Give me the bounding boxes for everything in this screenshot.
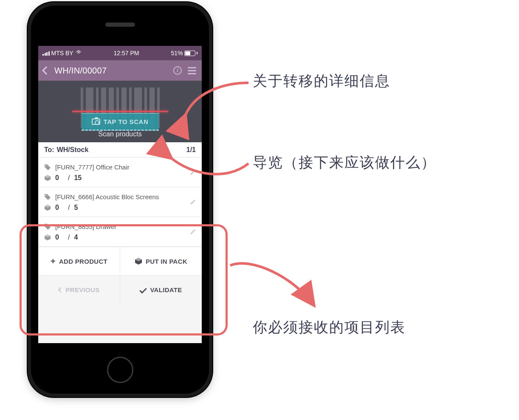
qty-separator: / xyxy=(68,204,70,211)
status-bar: MTS BY 12:57 PM 51% xyxy=(38,46,202,60)
package-icon xyxy=(135,257,142,265)
phone-speaker xyxy=(105,23,135,27)
tag-icon xyxy=(44,194,51,200)
qty-total: 4 xyxy=(74,234,78,241)
product-list: [FURN_7777] Office Chair 0 / 15 xyxy=(38,158,202,247)
action-row-2: PREVIOUS VALIDATE xyxy=(38,275,202,304)
battery-icon xyxy=(184,51,195,56)
tag-icon xyxy=(44,164,51,171)
status-time: 12:57 PM xyxy=(114,50,139,56)
page-title: WH/IN/00007 xyxy=(54,66,168,76)
qty-done: 0 xyxy=(55,204,64,211)
product-name: [FURN_6666] Acoustic Bloc Screens xyxy=(55,193,159,200)
annotation-guide: 导览（接下来应该做什么） xyxy=(253,153,436,172)
menu-button[interactable] xyxy=(187,66,197,75)
scan-line xyxy=(72,111,168,112)
list-item[interactable]: [FURN_7777] Office Chair 0 / 15 xyxy=(38,158,202,187)
svg-point-0 xyxy=(45,165,47,166)
action-row-1: + ADD PRODUCT PUT IN PACK xyxy=(38,247,202,275)
cube-icon xyxy=(44,204,51,211)
list-item[interactable]: [FURN_8855] Drawer 0 / 4 xyxy=(38,217,202,247)
annotation-info: 关于转移的详细信息 xyxy=(253,71,390,91)
annotation-list: 你必须接收的项目列表 xyxy=(253,318,406,337)
previous-label: PREVIOUS xyxy=(66,286,100,293)
info-button[interactable]: i xyxy=(173,66,182,75)
tag-icon xyxy=(44,223,51,230)
phone-bezel: MTS BY 12:57 PM 51% WH/IN/00007 i xyxy=(31,6,209,394)
tap-to-scan-button[interactable]: TAP TO SCAN xyxy=(82,113,159,131)
home-button[interactable] xyxy=(107,357,133,383)
qty-total: 5 xyxy=(74,204,78,211)
barcode-graphic: TAP TO SCAN xyxy=(76,87,165,128)
qty-done: 0 xyxy=(55,234,64,241)
camera-icon xyxy=(92,118,100,125)
validate-label: VALIDATE xyxy=(150,286,182,293)
battery-label: 51% xyxy=(171,50,183,56)
signal-icon xyxy=(42,51,50,56)
put-in-pack-label: PUT IN PACK xyxy=(146,258,187,265)
scan-panel: TAP TO SCAN Scan products xyxy=(38,81,202,142)
qty-separator: / xyxy=(68,234,70,241)
chevron-left-icon xyxy=(58,287,63,293)
qty-done: 0 xyxy=(55,174,64,182)
screen: MTS BY 12:57 PM 51% WH/IN/00007 i xyxy=(38,46,202,343)
arrow-3 xyxy=(225,253,323,322)
svg-point-2 xyxy=(45,224,47,226)
product-name: [FURN_7777] Office Chair xyxy=(55,163,130,171)
menu-icon xyxy=(188,67,196,74)
svg-point-1 xyxy=(45,194,47,196)
destination-value: WH/Stock xyxy=(57,146,186,154)
page-indicator: 1/1 xyxy=(186,146,196,154)
add-product-label: ADD PRODUCT xyxy=(59,258,107,265)
product-name: [FURN_8855] Drawer xyxy=(55,223,116,230)
wifi-icon xyxy=(75,51,82,56)
scan-hint: Scan products xyxy=(38,130,202,138)
tap-to-scan-label: TAP TO SCAN xyxy=(104,118,149,125)
carrier-label: MTS BY xyxy=(51,50,73,56)
qty-separator: / xyxy=(68,174,70,182)
destination-bar: To: WH/Stock 1/1 xyxy=(38,142,202,158)
check-icon xyxy=(140,286,147,293)
back-icon[interactable] xyxy=(42,66,51,75)
put-in-pack-button[interactable]: PUT IN PACK xyxy=(120,247,202,275)
phone-frame: MTS BY 12:57 PM 51% WH/IN/00007 i xyxy=(28,2,212,397)
cube-icon xyxy=(44,234,51,241)
list-item[interactable]: [FURN_6666] Acoustic Bloc Screens 0 / 5 xyxy=(38,187,202,217)
add-product-button[interactable]: + ADD PRODUCT xyxy=(38,247,120,275)
cube-icon xyxy=(44,175,51,181)
previous-button[interactable]: PREVIOUS xyxy=(38,276,120,304)
validate-button[interactable]: VALIDATE xyxy=(120,276,202,304)
info-icon: i xyxy=(173,66,182,75)
nav-bar: WH/IN/00007 i xyxy=(38,60,202,81)
qty-total: 15 xyxy=(74,174,82,182)
destination-label: To: xyxy=(44,146,54,154)
plus-icon: + xyxy=(51,257,56,266)
